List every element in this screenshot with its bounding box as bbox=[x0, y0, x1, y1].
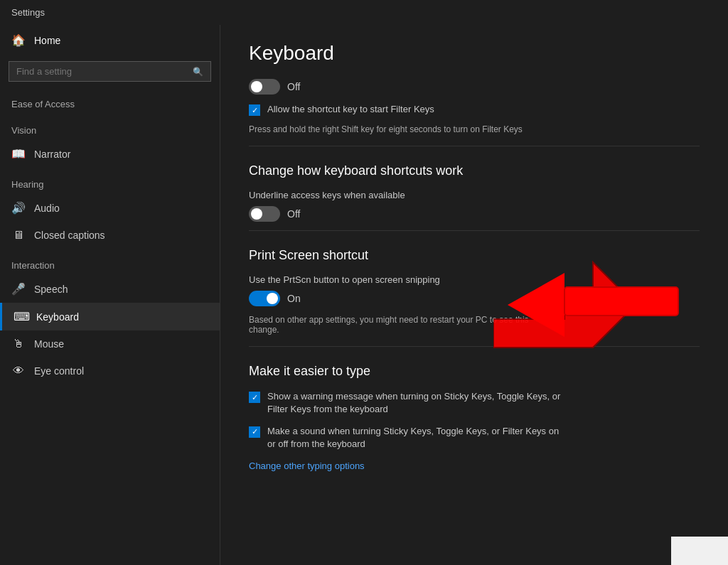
page-title: Keyboard bbox=[249, 42, 700, 65]
home-label: Home bbox=[34, 35, 60, 46]
sidebar-item-narrator[interactable]: 📖 Narrator bbox=[0, 140, 220, 168]
warning-checkbox[interactable]: ✓ bbox=[249, 392, 260, 403]
underline-label: Underline access keys when available bbox=[249, 190, 700, 200]
filter-keys-hint: Press and hold the right Shift key for e… bbox=[249, 124, 700, 134]
keyboard-label: Keyboard bbox=[36, 311, 79, 323]
divider-2 bbox=[249, 230, 700, 231]
main-container: 🏠 Home 🔍 Ease of Access Vision 📖 Narrato… bbox=[0, 25, 728, 565]
eye-icon: 👁 bbox=[11, 365, 26, 377]
underline-toggle[interactable] bbox=[249, 206, 280, 222]
main-content: Keyboard Off ✓ Allow the shortcut key to… bbox=[220, 25, 728, 565]
captions-icon: 🖥 bbox=[11, 229, 26, 242]
divider-1 bbox=[249, 146, 700, 146]
sound-checkbox-row: ✓ Make a sound when turning Sticky Keys,… bbox=[249, 425, 700, 451]
checkmark-icon-3: ✓ bbox=[252, 427, 258, 436]
sidebar-item-keyboard[interactable]: ⌨ Keyboard bbox=[0, 303, 220, 330]
restart-hint: Based on other app settings, you might n… bbox=[249, 315, 547, 335]
sidebar: 🏠 Home 🔍 Ease of Access Vision 📖 Narrato… bbox=[0, 25, 220, 565]
warning-label: Show a warning message when turning on S… bbox=[267, 390, 566, 416]
mouse-icon: 🖱 bbox=[11, 338, 26, 350]
arrow-overlay bbox=[493, 255, 692, 357]
underline-toggle-row: Off bbox=[249, 206, 700, 222]
filter-keys-toggle-row: Off bbox=[249, 79, 700, 95]
app-title: Settings bbox=[11, 7, 45, 18]
taskbar-corner bbox=[671, 537, 728, 565]
eye-control-label: Eye control bbox=[34, 365, 84, 377]
search-icon: 🔍 bbox=[193, 67, 203, 77]
narrator-label: Narrator bbox=[34, 149, 70, 160]
title-bar: Settings bbox=[0, 0, 728, 25]
audio-label: Audio bbox=[34, 203, 60, 214]
sidebar-item-closed-captions[interactable]: 🖥 Closed captions bbox=[0, 222, 220, 249]
print-screen-section: Print Screen shortcut Use the PrtScn but… bbox=[249, 248, 700, 335]
sidebar-item-audio[interactable]: 🔊 Audio bbox=[0, 194, 220, 222]
keyboard-icon: ⌨ bbox=[14, 310, 28, 323]
captions-label: Closed captions bbox=[34, 230, 105, 241]
allow-shortcut-row: ✓ Allow the shortcut key to start Filter… bbox=[249, 103, 700, 116]
change-typing-link[interactable]: Change other typing options bbox=[249, 461, 365, 471]
warning-checkbox-row: ✓ Show a warning message when turning on… bbox=[249, 390, 700, 416]
search-box[interactable]: 🔍 bbox=[9, 61, 211, 82]
sidebar-item-speech[interactable]: 🎤 Speech bbox=[0, 275, 220, 303]
ease-of-access-label: Ease of Access bbox=[0, 87, 220, 114]
filter-keys-toggle-label: Off bbox=[287, 81, 300, 92]
home-icon: 🏠 bbox=[11, 33, 26, 47]
checkmark-icon-2: ✓ bbox=[252, 393, 258, 402]
sidebar-item-eye-control[interactable]: 👁 Eye control bbox=[0, 357, 220, 384]
vision-section-label: Vision bbox=[0, 114, 220, 140]
prtscn-toggle-row: On bbox=[249, 291, 700, 306]
home-nav-item[interactable]: 🏠 Home bbox=[0, 25, 220, 55]
search-input[interactable] bbox=[16, 66, 193, 77]
divider-3 bbox=[249, 346, 700, 347]
underline-toggle-label: Off bbox=[287, 208, 300, 220]
prtscn-toggle[interactable] bbox=[249, 291, 280, 306]
mouse-label: Mouse bbox=[34, 338, 64, 350]
narrator-icon: 📖 bbox=[11, 147, 26, 161]
speech-icon: 🎤 bbox=[11, 282, 26, 296]
shortcuts-section-title: Change how keyboard shortcuts work bbox=[249, 163, 700, 178]
prtscn-label: Use the PrtScn button to open screen sni… bbox=[249, 274, 700, 285]
print-screen-title: Print Screen shortcut bbox=[249, 248, 700, 263]
prtscn-toggle-label: On bbox=[287, 293, 301, 304]
filter-keys-toggle[interactable] bbox=[249, 79, 280, 95]
audio-icon: 🔊 bbox=[11, 201, 26, 215]
speech-label: Speech bbox=[34, 284, 68, 295]
hearing-section-label: Hearing bbox=[0, 168, 220, 194]
allow-shortcut-checkbox[interactable]: ✓ bbox=[249, 104, 260, 116]
sound-checkbox[interactable]: ✓ bbox=[249, 426, 260, 438]
sidebar-item-mouse[interactable]: 🖱 Mouse bbox=[0, 330, 220, 357]
allow-shortcut-label: Allow the shortcut key to start Filter K… bbox=[267, 103, 434, 116]
type-section-title: Make it easier to type bbox=[249, 364, 700, 379]
interaction-section-label: Interaction bbox=[0, 249, 220, 275]
checkmark-icon: ✓ bbox=[252, 106, 258, 115]
sound-label: Make a sound when turning Sticky Keys, T… bbox=[267, 425, 566, 451]
